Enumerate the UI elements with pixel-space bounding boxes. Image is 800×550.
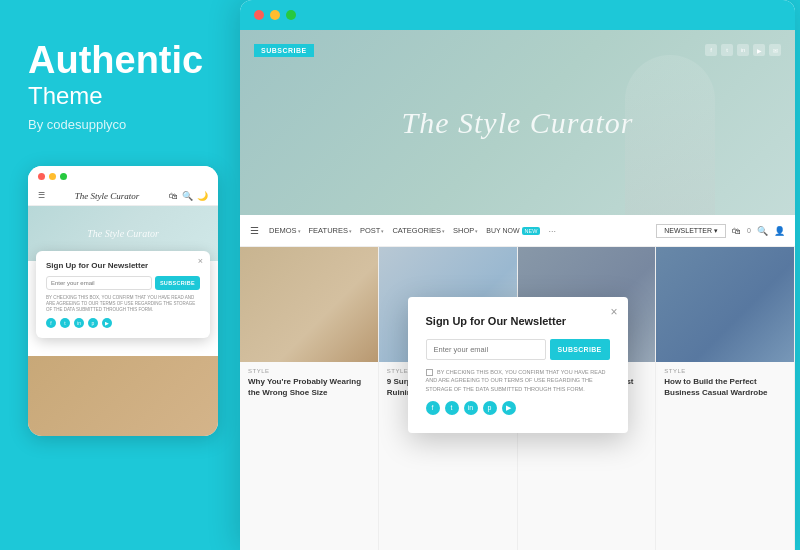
mobile-newsletter-title: Sign Up for Our Newsletter [46,261,200,270]
nav-search-icon[interactable]: 🔍 [757,226,768,236]
posts-section: STYLE Why You're Probably Wearing the Wr… [240,247,795,550]
nav-buy-now-badge: NEW [522,227,541,235]
mobile-moon-icon: 🌙 [197,191,208,201]
nav-item-buy-now[interactable]: BUY NOW NEW [486,227,540,235]
mobile-twitter-icon[interactable]: t [60,318,70,328]
mobile-cart-icon: 🛍 [169,191,178,201]
post-image-4 [656,247,794,362]
nav-item-post[interactable]: POST ▾ [360,226,384,235]
browser-dot-yellow [270,10,280,20]
newsletter-instagram-icon[interactable]: in [464,401,478,415]
mobile-newsletter-email-input[interactable] [46,276,152,290]
mobile-window-dots [28,166,218,187]
mobile-newsletter-terms: BY CHECKING THIS BOX, YOU CONFIRM THAT Y… [46,295,200,314]
newsletter-modal-title: Sign Up for Our Newsletter [426,315,610,327]
post-title-4[interactable]: How to Build the Perfect Business Casual… [656,376,794,404]
hero-rss-icon[interactable]: ▶ [753,44,765,56]
theme-byline: By codesupplyco [28,117,126,132]
newsletter-twitter-icon[interactable]: t [445,401,459,415]
hero-twitter-icon[interactable]: t [721,44,733,56]
mobile-nav-icons: 🛍 🔍 🌙 [169,191,208,201]
hero-instagram-icon[interactable]: in [737,44,749,56]
desktop-hero-badge[interactable]: SUBSCRIBE [254,44,314,57]
hero-social-icons: f t in ▶ ✉ [705,44,781,56]
post-card-1: STYLE Why You're Probably Wearing the Wr… [240,247,379,550]
mobile-logo: The Style Curator [75,191,140,201]
mobile-newsletter-form: SUBSCRIBE [46,276,200,290]
desktop-nav-bar: ☰ DEMOS ▾ FEATURES ▾ POST ▾ CATEGORIES ▾… [240,215,795,247]
theme-title: Authentic [28,40,203,82]
mobile-pinterest-icon[interactable]: p [88,318,98,328]
newsletter-modal-terms-text: BY CHECKING THIS BOX, YOU CONFIRM THAT Y… [426,369,606,392]
nav-item-categories[interactable]: CATEGORIES ▾ [392,226,445,235]
newsletter-modal-subscribe-button[interactable]: SUBSCRIBE [550,339,610,360]
desktop-hero-logo-text: The Style Curator [402,106,634,140]
hero-facebook-icon[interactable]: f [705,44,717,56]
nav-cart-icon[interactable]: 🛍 [732,226,741,236]
mobile-instagram-icon[interactable]: in [74,318,84,328]
theme-subtitle: Theme [28,82,103,111]
newsletter-youtube-icon[interactable]: ▶ [502,401,516,415]
nav-chevron-demos: ▾ [298,228,301,234]
post-image-1 [240,247,378,362]
nav-cart-count: 0 [747,227,751,234]
mobile-post-image [28,356,218,436]
mobile-newsletter-popup: Sign Up for Our Newsletter × SUBSCRIBE B… [36,251,210,339]
mobile-newsletter-close-button[interactable]: × [198,256,203,266]
desktop-hero-section: SUBSCRIBE The Style Curator f t in ▶ ✉ [240,30,795,215]
nav-more-icon[interactable]: ··· [548,226,556,236]
browser-content: SUBSCRIBE The Style Curator f t in ▶ ✉ ☰… [240,30,795,550]
browser-dot-green [286,10,296,20]
newsletter-modal-close-button[interactable]: × [610,305,617,319]
browser-window-bar [240,0,795,30]
nav-item-features[interactable]: FEATURES ▾ [309,226,352,235]
newsletter-pinterest-icon[interactable]: p [483,401,497,415]
nav-item-shop[interactable]: SHOP ▾ [453,226,478,235]
post-label-1: STYLE [240,362,378,376]
nav-chevron-features: ▾ [349,228,352,234]
post-bg-4 [656,247,794,362]
post-bg-1 [240,247,378,362]
nav-item-demos[interactable]: DEMOS ▾ [269,226,301,235]
newsletter-modal-form-row: SUBSCRIBE [426,339,610,360]
mobile-hamburger-icon: ☰ [38,191,45,200]
nav-hamburger-icon[interactable]: ☰ [250,225,259,236]
nav-right-section: NEWSLETTER ▾ 🛍 0 🔍 👤 [656,224,785,238]
post-title-1[interactable]: Why You're Probably Wearing the Wrong Sh… [240,376,378,404]
nav-newsletter-button[interactable]: NEWSLETTER ▾ [656,224,726,238]
nav-chevron-shop: ▾ [475,228,478,234]
mobile-posts-area [28,356,218,436]
newsletter-modal-email-input[interactable] [426,339,546,360]
mobile-newsletter-subscribe-button[interactable]: SUBSCRIBE [155,276,200,290]
mobile-nav: ☰ The Style Curator 🛍 🔍 🌙 [28,187,218,206]
desktop-browser-mockup: SUBSCRIBE The Style Curator f t in ▶ ✉ ☰… [240,0,795,550]
nav-newsletter-chevron: ▾ [714,227,718,235]
mobile-dot-yellow [49,173,56,180]
post-label-4: STYLE [656,362,794,376]
newsletter-modal-checkbox[interactable] [426,369,433,376]
hero-person-silhouette [625,55,715,215]
mobile-search-icon: 🔍 [182,191,193,201]
mobile-facebook-icon[interactable]: f [46,318,56,328]
mobile-newsletter-socials: f t in p ▶ [46,318,200,328]
hero-mail-icon[interactable]: ✉ [769,44,781,56]
left-panel: Authentic Theme By codesupplyco ☰ The St… [0,0,240,550]
newsletter-facebook-icon[interactable]: f [426,401,440,415]
post-card-4: STYLE How to Build the Perfect Business … [656,247,795,550]
mobile-dot-green [60,173,67,180]
browser-dot-red [254,10,264,20]
mobile-youtube-icon[interactable]: ▶ [102,318,112,328]
newsletter-modal: Sign Up for Our Newsletter × SUBSCRIBE B… [408,297,628,433]
mobile-hero-text: The Style Curator [87,228,159,239]
nav-chevron-categories: ▾ [442,228,445,234]
mobile-dot-red [38,173,45,180]
newsletter-modal-socials: f t in p ▶ [426,401,610,415]
nav-chevron-post: ▾ [381,228,384,234]
nav-items: DEMOS ▾ FEATURES ▾ POST ▾ CATEGORIES ▾ S… [269,226,556,236]
nav-user-icon[interactable]: 👤 [774,226,785,236]
newsletter-modal-terms: BY CHECKING THIS BOX, YOU CONFIRM THAT Y… [426,368,610,393]
mobile-mockup: ☰ The Style Curator 🛍 🔍 🌙 The Style Cura… [28,166,218,436]
